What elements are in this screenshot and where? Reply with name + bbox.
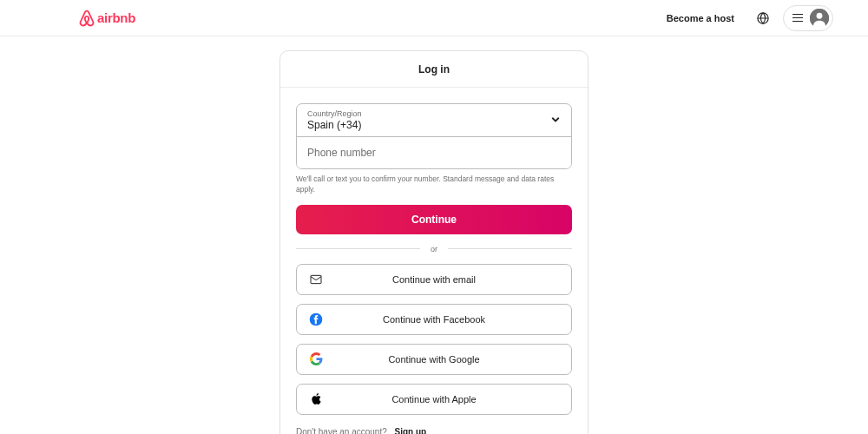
signup-row: Don't have an account? Sign up: [296, 427, 572, 434]
divider-text: or: [431, 245, 437, 253]
apple-button-label: Continue with Apple: [309, 394, 559, 404]
user-menu-button[interactable]: [783, 5, 833, 31]
brand-name: airbnb: [97, 10, 135, 25]
phone-number-input[interactable]: [297, 137, 571, 168]
country-value: Spain (+34): [307, 119, 561, 133]
country-select[interactable]: Country/Region Spain (+34): [297, 104, 571, 137]
continue-facebook-button[interactable]: Continue with Facebook: [296, 304, 572, 335]
header-right: Become a host: [658, 5, 833, 31]
modal-title: Log in: [280, 51, 588, 88]
signup-prompt: Don't have an account?: [296, 427, 387, 434]
continue-button[interactable]: Continue: [296, 205, 572, 234]
phone-input-group: Country/Region Spain (+34): [296, 103, 572, 169]
avatar: [810, 9, 829, 28]
user-icon: [810, 9, 829, 28]
country-label: Country/Region: [307, 110, 561, 119]
continue-apple-button[interactable]: Continue with Apple: [296, 384, 572, 415]
signup-link[interactable]: Sign up: [395, 427, 427, 434]
header: airbnb Become a host: [0, 0, 868, 36]
chevron-down-icon: [550, 113, 561, 128]
email-button-label: Continue with email: [309, 274, 559, 285]
airbnb-logo-icon: [78, 9, 95, 28]
globe-icon: [757, 12, 769, 24]
disclaimer-text: We'll call or text you to confirm your n…: [296, 174, 572, 194]
continue-google-button[interactable]: Continue with Google: [296, 344, 572, 375]
login-modal: Log in Country/Region Spain (+34) We'll …: [279, 50, 589, 434]
facebook-button-label: Continue with Facebook: [309, 314, 559, 325]
google-button-label: Continue with Google: [309, 354, 559, 365]
continue-email-button[interactable]: Continue with email: [296, 264, 572, 295]
hamburger-icon: [792, 14, 803, 23]
modal-body: Country/Region Spain (+34) We'll call or…: [280, 88, 588, 434]
language-button[interactable]: [750, 5, 776, 31]
svg-point-2: [817, 12, 823, 18]
brand-logo[interactable]: airbnb: [78, 9, 135, 28]
become-host-link[interactable]: Become a host: [658, 6, 743, 30]
divider: or: [296, 245, 572, 253]
